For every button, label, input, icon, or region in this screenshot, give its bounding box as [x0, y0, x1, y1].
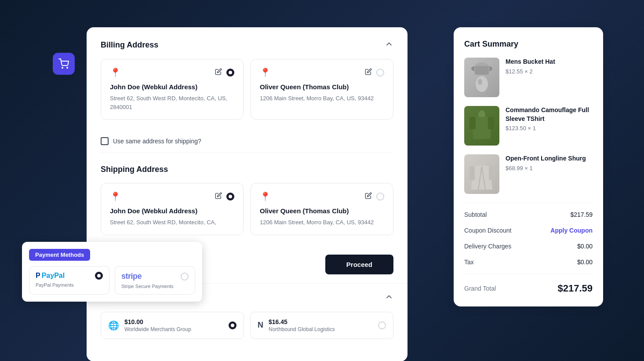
same-address-checkbox[interactable]	[101, 137, 109, 145]
cart-item-2: Commando Camouflage Full Sleeve TShirt $…	[464, 106, 593, 146]
same-address-row: Use same address for shipping?	[87, 130, 408, 152]
shipping-option-2[interactable]: N $16.45 Northbound Global Logistics	[250, 312, 393, 339]
apply-coupon-button[interactable]: Apply Coupon	[550, 227, 593, 234]
payment-options-list: P PayPal PayPal Payments stripe Stripe S…	[29, 266, 195, 295]
tax-row: Tax $0.00	[464, 254, 593, 270]
billing-name-1: John Doe (Webkul Address)	[110, 83, 234, 91]
cart-item-img-1	[464, 58, 499, 97]
delivery-label: Delivery Charges	[464, 243, 511, 250]
svg-point-0	[62, 67, 63, 68]
shipping-radio-unchecked-2	[376, 193, 384, 201]
svg-rect-9	[469, 117, 476, 129]
coupon-row: Coupon Discount Apply Coupon	[464, 222, 593, 238]
shipping-edit-icon-2[interactable]	[365, 192, 372, 201]
cart-item-price-2: $123.50 × 1	[506, 125, 593, 131]
paypal-option-header: P PayPal	[36, 272, 103, 280]
cart-item-name-3: Open-Front Longline Shurg	[506, 154, 593, 163]
delivery-row: Delivery Charges $0.00	[464, 238, 593, 254]
shipping-location-icon-2: 📍	[260, 191, 271, 202]
stripe-option[interactable]: stripe Stripe Secure Payments	[115, 266, 195, 295]
svg-point-1	[67, 67, 68, 68]
n-icon: N	[258, 321, 263, 330]
coupon-label: Coupon Discount	[464, 227, 511, 234]
cart-icon-button[interactable]	[53, 53, 75, 75]
tax-label: Tax	[464, 259, 474, 266]
shipping-price-1: $10.00	[124, 318, 223, 325]
svg-rect-12	[469, 166, 475, 180]
shipping-section-header: Shipping Address	[101, 165, 393, 174]
billing-address-cards: 📍 John Doe (Webkul Address) Street 62, S…	[101, 59, 393, 120]
shipping-location-icon-1: 📍	[110, 191, 121, 202]
stripe-name: Stripe Secure Payments	[121, 284, 189, 289]
cart-item-price-1: $12.55 × 2	[506, 68, 593, 75]
shipping-name-1: John Doe (Webkul Address)	[110, 207, 234, 215]
shipping-address-cards: 📍 John Doe (Webkul Address) Street 62, S…	[101, 183, 393, 235]
cart-item-name-2: Commando Camouflage Full Sleeve TShirt	[506, 106, 593, 123]
summary-divider-2	[464, 273, 593, 274]
shipping-method-chevron-icon[interactable]	[385, 292, 393, 303]
shipping-title: Shipping Address	[101, 165, 168, 174]
paypal-logo: P PayPal	[36, 272, 65, 280]
stripe-radio-unchecked	[181, 273, 189, 281]
shipping-option-1[interactable]: 🌐 $10.00 Worldwide Merchants Group	[101, 312, 244, 339]
billing-chevron-icon[interactable]	[385, 40, 393, 50]
shipping-carrier-1: Worldwide Merchants Group	[124, 326, 223, 332]
shipping-address-card-1[interactable]: 📍 John Doe (Webkul Address) Street 62, S…	[101, 183, 244, 235]
shipping-text-2: 1206 Main Street, Morro Bay, CA, US, 934…	[260, 218, 384, 227]
location-icon-2: 📍	[260, 67, 271, 78]
paypal-radio-checked	[95, 272, 103, 280]
payment-methods-label: Payment Methods	[29, 249, 90, 261]
shipping-price-2: $16.45	[269, 318, 373, 325]
svg-point-6	[478, 79, 482, 85]
billing-name-2: Oliver Queen (Thomas Club)	[260, 83, 384, 91]
svg-rect-4	[475, 66, 489, 75]
cart-summary: Cart Summary Mens Bucket Hat $12.55 × 2	[454, 27, 603, 306]
edit-icon-1[interactable]	[215, 68, 222, 77]
stripe-option-header: stripe	[121, 272, 189, 281]
cart-item-3: Open-Front Longline Shurg $68.99 × 1	[464, 154, 593, 194]
subtotal-value: $217.59	[570, 211, 593, 218]
paypal-name: PayPal Payments	[36, 282, 103, 288]
cart-item-img-3	[464, 154, 499, 194]
svg-rect-10	[488, 117, 494, 129]
stripe-logo: stripe	[121, 272, 142, 281]
location-icon-1: 📍	[110, 67, 121, 78]
subtotal-row: Subtotal $217.59	[464, 207, 593, 222]
billing-title: Billing Address	[101, 40, 158, 50]
paypal-option[interactable]: P PayPal PayPal Payments	[29, 266, 109, 295]
summary-divider-1	[464, 203, 593, 203]
cart-item-name-1: Mens Bucket Hat	[506, 58, 593, 66]
shipping-radio-checked-1	[226, 193, 234, 201]
svg-rect-13	[489, 166, 494, 180]
shipping-address-card-2[interactable]: 📍 Oliver Queen (Thomas Club) 1206 Main S…	[251, 183, 393, 235]
shipping-option-radio-1	[229, 321, 236, 329]
globe-icon: 🌐	[108, 320, 119, 331]
shipping-options-list: 🌐 $10.00 Worldwide Merchants Group N $16…	[101, 312, 393, 339]
subtotal-label: Subtotal	[464, 211, 487, 218]
shipping-option-radio-2	[378, 321, 386, 329]
billing-text-1: Street 62, South West RD, Montecito, CA,…	[110, 94, 234, 111]
cart-item-img-2	[464, 106, 499, 146]
billing-address-section: Billing Address 📍	[87, 27, 408, 130]
billing-radio-checked-1	[226, 69, 234, 77]
cart-summary-title: Cart Summary	[464, 40, 593, 49]
grand-total-row: Grand Total $217.59	[464, 277, 593, 294]
edit-icon-2[interactable]	[365, 68, 372, 77]
main-content: Billing Address 📍	[87, 27, 408, 361]
billing-address-card-2[interactable]: 📍 Oliver Queen (Thomas Club) 1206 Main S…	[251, 59, 393, 120]
payment-methods-panel: Payment Methods P PayPal PayPal Payments…	[22, 242, 202, 302]
shipping-text-1: Street 62, South West RD, Montecito, CA,	[110, 218, 234, 227]
grand-total-value: $217.59	[557, 283, 593, 294]
billing-section-header: Billing Address	[101, 40, 393, 50]
same-address-label: Use same address for shipping?	[113, 138, 201, 145]
proceed-button[interactable]: Proceed	[325, 255, 393, 274]
tax-value: $0.00	[577, 259, 593, 266]
svg-point-5	[476, 76, 488, 92]
grand-total-label: Grand Total	[464, 285, 496, 292]
cart-item-price-3: $68.99 × 1	[506, 165, 593, 171]
shipping-edit-icon-1[interactable]	[215, 192, 222, 201]
shipping-name-2: Oliver Queen (Thomas Club)	[260, 207, 384, 215]
delivery-value: $0.00	[577, 243, 593, 250]
billing-address-card-1[interactable]: 📍 John Doe (Webkul Address) Street 62, S…	[101, 59, 244, 120]
shipping-carrier-2: Northbound Global Logistics	[269, 326, 373, 332]
